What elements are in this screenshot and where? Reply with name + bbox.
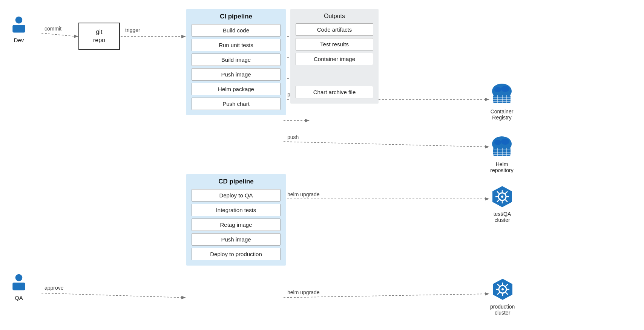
container-registry-label: ContainerRegistry xyxy=(491,108,514,121)
svg-line-7 xyxy=(284,142,488,147)
push2-label: push xyxy=(287,134,299,140)
output-container-image: Container image xyxy=(296,53,373,65)
diagram: commit trigger push push helm upgrade he… xyxy=(0,0,644,330)
prod-cluster-label: productioncluster xyxy=(490,304,515,316)
svg-point-23 xyxy=(494,87,501,92)
step-build-image: Build image xyxy=(192,53,281,66)
ci-pipeline-box: CI pipeline Build code Run unit tests Bu… xyxy=(186,9,286,115)
trigger-label: trigger xyxy=(125,27,140,33)
ci-pipeline-title: CI pipeline xyxy=(192,13,281,20)
svg-point-34 xyxy=(501,139,509,145)
helm-upgrade1-label: helm upgrade xyxy=(287,191,320,197)
qa-cluster-label: test/QAcluster xyxy=(494,211,511,223)
registry-svg xyxy=(490,83,514,106)
outputs-title: Outputs xyxy=(296,13,373,20)
step-push-image-cd: Push image xyxy=(192,233,281,246)
svg-point-37 xyxy=(501,196,503,198)
step-retag-image: Retag image xyxy=(192,218,281,231)
dev-person-icon xyxy=(11,16,27,35)
commit-label: commit xyxy=(44,26,61,32)
svg-point-33 xyxy=(494,140,501,145)
qa-cluster-icon: test/QAcluster xyxy=(490,185,514,223)
qa-person: QA xyxy=(11,273,27,301)
outputs-section: Outputs Code artifacts Test results Cont… xyxy=(290,9,379,104)
step-run-unit-tests: Run unit tests xyxy=(192,39,281,51)
prod-k8s-svg xyxy=(491,277,515,301)
helm-upgrade2-label: helm upgrade xyxy=(287,289,320,295)
svg-rect-12 xyxy=(12,25,25,32)
svg-rect-16 xyxy=(493,95,511,103)
step-deploy-production: Deploy to production xyxy=(192,248,281,260)
output-code-artifacts: Code artifacts xyxy=(296,23,373,36)
qa-person-icon xyxy=(11,273,27,293)
helm-repository-icon: Helmrepository xyxy=(490,136,514,173)
step-helm-package: Helm package xyxy=(192,83,281,95)
cd-pipeline-box: CD pipeline Deploy to QA Integration tes… xyxy=(186,174,286,266)
svg-point-13 xyxy=(15,274,23,281)
step-push-chart: Push chart xyxy=(192,98,281,110)
output-test-results: Test results xyxy=(296,38,373,50)
svg-point-24 xyxy=(501,86,509,92)
step-push-image-ci: Push image xyxy=(192,68,281,81)
git-repo-label: gitrepo xyxy=(93,28,105,45)
step-build-code: Build code xyxy=(192,24,281,37)
qa-k8s-svg xyxy=(490,185,514,209)
svg-line-10 xyxy=(41,293,185,298)
helm-registry-svg xyxy=(490,136,514,159)
step-deploy-qa: Deploy to QA xyxy=(192,189,281,202)
dev-label: Dev xyxy=(14,37,24,43)
qa-label: QA xyxy=(15,295,23,301)
cd-pipeline-title: CD pipeline xyxy=(192,178,281,185)
svg-rect-26 xyxy=(493,148,511,156)
svg-point-48 xyxy=(501,288,504,290)
git-repo-box: gitrepo xyxy=(78,23,120,50)
step-integration-tests: Integration tests xyxy=(192,204,281,216)
svg-point-11 xyxy=(15,17,23,24)
dev-person: Dev xyxy=(11,16,27,43)
approve-label: approve xyxy=(44,285,64,291)
prod-cluster-icon: productioncluster xyxy=(490,277,515,316)
helm-repository-label: Helmrepository xyxy=(490,161,513,173)
svg-rect-14 xyxy=(12,283,25,290)
output-chart-archive: Chart archive file xyxy=(296,86,373,98)
svg-line-0 xyxy=(41,33,77,37)
container-registry-icon: ContainerRegistry xyxy=(490,83,514,121)
